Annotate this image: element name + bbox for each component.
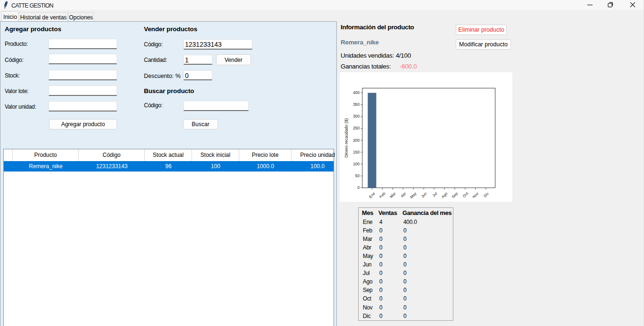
svg-text:Jul: Jul [432, 191, 438, 198]
svg-text:400: 400 [353, 90, 360, 95]
svg-text:Sep: Sep [451, 191, 459, 199]
svg-text:Ene: Ene [368, 191, 376, 199]
svg-text:0: 0 [357, 185, 360, 190]
svg-text:200: 200 [353, 138, 360, 143]
svg-text:350: 350 [353, 102, 360, 107]
svg-text:Mar: Mar [389, 191, 397, 199]
svg-text:Dic: Dic [483, 191, 490, 198]
svg-text:100: 100 [353, 162, 360, 166]
svg-text:250: 250 [353, 126, 360, 130]
svg-text:May: May [410, 191, 418, 199]
svg-text:Nov: Nov [472, 191, 479, 199]
svg-text:Abr: Abr [400, 191, 407, 198]
svg-text:Oct: Oct [462, 191, 469, 198]
svg-text:Ago: Ago [441, 191, 449, 199]
svg-text:150: 150 [353, 150, 360, 154]
svg-text:Dinero recaudado ($): Dinero recaudado ($) [344, 118, 349, 157]
svg-text:50: 50 [355, 173, 360, 178]
svg-text:300: 300 [353, 114, 360, 119]
svg-text:Feb: Feb [379, 191, 387, 199]
svg-text:Jun: Jun [420, 191, 427, 198]
